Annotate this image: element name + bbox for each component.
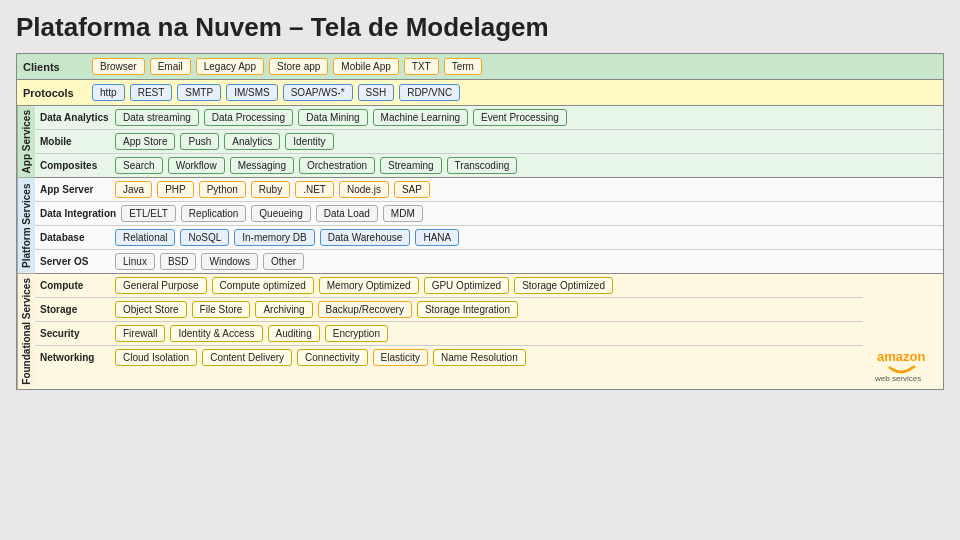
data-analytics-label: Data Analytics [40, 112, 110, 123]
chip-legacyapp: Legacy App [196, 58, 264, 75]
chip-ruby: Ruby [251, 181, 290, 198]
chip-machinelearning: Machine Learning [373, 109, 469, 126]
mobile-label: Mobile [40, 136, 110, 147]
chip-python: Python [199, 181, 246, 198]
chip-rdpvnc: RDP/VNC [399, 84, 460, 101]
chip-orchestration: Orchestration [299, 157, 375, 174]
chip-nodejs: Node.js [339, 181, 389, 198]
chip-firewall: Firewall [115, 325, 165, 342]
chip-messaging: Messaging [230, 157, 294, 174]
chip-identity: Identity [285, 133, 333, 150]
chip-memoryoptimized: Memory Optimized [319, 277, 419, 294]
platform-services-label: Platform Services [17, 178, 35, 273]
app-services-label: App Services [17, 106, 35, 177]
chip-generalpurpose: General Purpose [115, 277, 207, 294]
chip-sap: SAP [394, 181, 430, 198]
aws-logo-svg: amazon web services [869, 345, 933, 383]
chip-storageintegration: Storage Integration [417, 301, 518, 318]
networking-label: Networking [40, 352, 110, 363]
chip-connectivity: Connectivity [297, 349, 367, 366]
composites-label: Composites [40, 160, 110, 171]
security-row: Security Firewall Identity & Access Audi… [35, 322, 863, 346]
app-services-inner: Data Analytics Data streaming Data Proce… [35, 106, 943, 177]
foundational-services-inner: Compute General Purpose Compute optimize… [35, 274, 863, 389]
chip-linux: Linux [115, 253, 155, 270]
app-services-section: App Services Data Analytics Data streami… [16, 106, 944, 178]
chip-archiving: Archiving [255, 301, 312, 318]
chip-rest: REST [130, 84, 173, 101]
chip-contentdelivery: Content Delivery [202, 349, 292, 366]
chip-relational: Relational [115, 229, 175, 246]
data-integration-row: Data Integration ETL/ELT Replication Que… [35, 202, 943, 226]
clients-label: Clients [23, 61, 83, 73]
clients-row: Clients Browser Email Legacy App Store a… [16, 53, 944, 80]
chip-filestore: File Store [192, 301, 251, 318]
page: Plataforma na Nuvem – Tela de Modelagem … [0, 0, 960, 540]
platform-services-inner: App Server Java PHP Python Ruby .NET Nod… [35, 178, 943, 273]
chip-computeoptimized: Compute optimized [212, 277, 314, 294]
chip-txt: TXT [404, 58, 439, 75]
chip-datastreaming: Data streaming [115, 109, 199, 126]
chip-etlelt: ETL/ELT [121, 205, 176, 222]
mobile-row: Mobile App Store Push Analytics Identity [35, 130, 943, 154]
chip-replication: Replication [181, 205, 246, 222]
chip-dotnet: .NET [295, 181, 334, 198]
chip-backuprecovery: Backup/Recovery [318, 301, 412, 318]
chip-smtp: SMTP [177, 84, 221, 101]
chip-analytics: Analytics [224, 133, 280, 150]
chip-soapws: SOAP/WS-* [283, 84, 353, 101]
storage-row: Storage Object Store File Store Archivin… [35, 298, 863, 322]
chip-auditing: Auditing [268, 325, 320, 342]
svg-text:web services: web services [874, 374, 921, 383]
chip-hana: HANA [415, 229, 459, 246]
chip-streaming: Streaming [380, 157, 442, 174]
server-os-label: Server OS [40, 256, 110, 267]
compute-row: Compute General Purpose Compute optimize… [35, 274, 863, 298]
foundational-services-section: Foundational Services Compute General Pu… [16, 274, 944, 390]
chip-windows: Windows [201, 253, 258, 270]
chip-elasticity: Elasticity [373, 349, 428, 366]
chip-datawarehouse: Data Warehouse [320, 229, 411, 246]
chip-mdm: MDM [383, 205, 423, 222]
data-analytics-row: Data Analytics Data streaming Data Proce… [35, 106, 943, 130]
chip-push: Push [180, 133, 219, 150]
chip-mobileapp: Mobile App [333, 58, 398, 75]
app-server-row: App Server Java PHP Python Ruby .NET Nod… [35, 178, 943, 202]
page-title: Plataforma na Nuvem – Tela de Modelagem [16, 12, 944, 43]
chip-datamining: Data Mining [298, 109, 367, 126]
chip-term: Term [444, 58, 482, 75]
platform-services-section: Platform Services App Server Java PHP Py… [16, 178, 944, 274]
chip-browser: Browser [92, 58, 145, 75]
chip-encryption: Encryption [325, 325, 388, 342]
chip-eventprocessing: Event Processing [473, 109, 567, 126]
chip-inmemorydb: In-memory DB [234, 229, 314, 246]
chip-email: Email [150, 58, 191, 75]
chip-cloudisolation: Cloud Isolation [115, 349, 197, 366]
chip-http: http [92, 84, 125, 101]
chip-dataload: Data Load [316, 205, 378, 222]
compute-label: Compute [40, 280, 110, 291]
chip-ssh: SSH [358, 84, 395, 101]
data-integration-label: Data Integration [40, 208, 116, 219]
diagram-wrapper: Clients Browser Email Legacy App Store a… [16, 53, 944, 390]
chip-nosql: NoSQL [180, 229, 229, 246]
networking-row: Networking Cloud Isolation Content Deliv… [35, 346, 863, 369]
chip-bsd: BSD [160, 253, 197, 270]
chip-other: Other [263, 253, 304, 270]
chip-transcoding: Transcoding [447, 157, 518, 174]
svg-marker-0 [913, 365, 916, 369]
chip-appstore: App Store [115, 133, 175, 150]
server-os-row: Server OS Linux BSD Windows Other [35, 250, 943, 273]
security-label: Security [40, 328, 110, 339]
chip-search: Search [115, 157, 163, 174]
chip-imsms: IM/SMS [226, 84, 278, 101]
storage-label: Storage [40, 304, 110, 315]
chip-identityaccess: Identity & Access [170, 325, 262, 342]
chip-java: Java [115, 181, 152, 198]
chip-nameresolution: Name Resolution [433, 349, 526, 366]
aws-logo: amazon web services [869, 345, 933, 383]
chip-workflow: Workflow [168, 157, 225, 174]
database-label: Database [40, 232, 110, 243]
svg-text:amazon: amazon [877, 349, 925, 364]
protocols-row: Protocols http REST SMTP IM/SMS SOAP/WS-… [16, 80, 944, 106]
